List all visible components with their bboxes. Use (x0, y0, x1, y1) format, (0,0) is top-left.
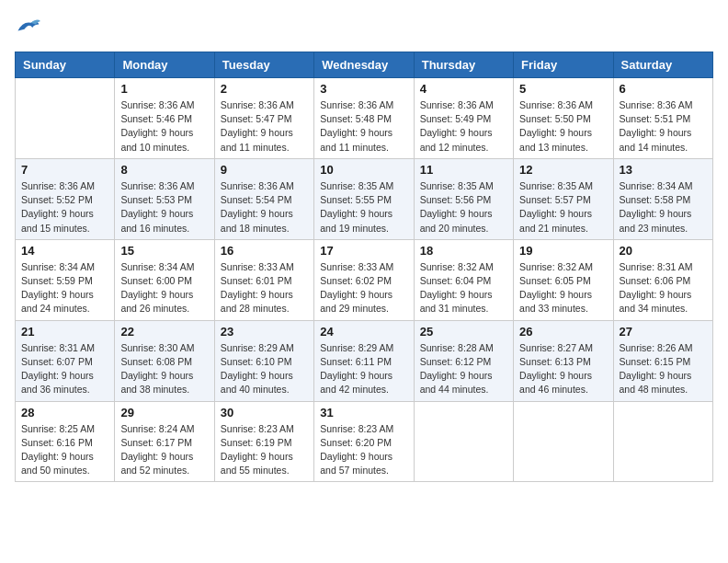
day-number: 4 (420, 82, 507, 96)
day-number: 12 (519, 163, 607, 177)
calendar-cell: 28Sunrise: 8:25 AMSunset: 6:16 PMDayligh… (16, 401, 115, 482)
weekday-header: Tuesday (214, 52, 313, 78)
day-info: Sunrise: 8:26 AMSunset: 6:15 PMDaylight:… (620, 341, 707, 397)
calendar-cell: 30Sunrise: 8:23 AMSunset: 6:19 PMDayligh… (214, 401, 313, 482)
calendar-cell: 24Sunrise: 8:29 AMSunset: 6:11 PMDayligh… (314, 320, 414, 401)
day-number: 1 (120, 82, 208, 96)
logo-bird-icon (15, 15, 40, 40)
day-number: 13 (620, 163, 707, 177)
day-number: 11 (420, 163, 507, 177)
day-number: 22 (120, 325, 208, 339)
calendar-cell: 11Sunrise: 8:35 AMSunset: 5:56 PMDayligh… (414, 158, 513, 239)
day-number: 14 (21, 244, 108, 258)
day-number: 21 (21, 325, 108, 339)
day-number: 18 (420, 244, 507, 258)
day-info: Sunrise: 8:35 AMSunset: 5:56 PMDaylight:… (420, 179, 507, 236)
day-info: Sunrise: 8:33 AMSunset: 6:02 PMDaylight:… (320, 260, 407, 316)
day-info: Sunrise: 8:36 AMSunset: 5:52 PMDaylight:… (21, 179, 108, 236)
day-info: Sunrise: 8:36 AMSunset: 5:47 PMDaylight:… (221, 98, 308, 155)
day-info: Sunrise: 8:32 AMSunset: 6:04 PMDaylight:… (420, 260, 507, 316)
day-number: 9 (221, 163, 308, 177)
day-number: 15 (120, 244, 208, 258)
day-number: 10 (320, 163, 407, 177)
calendar-cell: 25Sunrise: 8:28 AMSunset: 6:12 PMDayligh… (414, 320, 513, 401)
weekday-header: Friday (514, 52, 613, 78)
weekday-header: Saturday (613, 52, 712, 78)
calendar-cell: 2Sunrise: 8:36 AMSunset: 5:47 PMDaylight… (214, 78, 313, 159)
calendar-cell: 14Sunrise: 8:34 AMSunset: 5:59 PMDayligh… (16, 239, 115, 320)
day-info: Sunrise: 8:34 AMSunset: 5:58 PMDaylight:… (620, 179, 707, 236)
calendar-cell: 23Sunrise: 8:29 AMSunset: 6:10 PMDayligh… (214, 320, 313, 401)
day-info: Sunrise: 8:36 AMSunset: 5:54 PMDaylight:… (221, 179, 308, 236)
calendar-cell: 3Sunrise: 8:36 AMSunset: 5:48 PMDaylight… (314, 78, 414, 159)
calendar-cell: 7Sunrise: 8:36 AMSunset: 5:52 PMDaylight… (16, 158, 115, 239)
day-number: 8 (120, 163, 208, 177)
calendar-cell: 27Sunrise: 8:26 AMSunset: 6:15 PMDayligh… (613, 320, 712, 401)
day-info: Sunrise: 8:24 AMSunset: 6:17 PMDaylight:… (120, 422, 208, 478)
calendar-table: SundayMondayTuesdayWednesdayThursdayFrid… (15, 52, 713, 482)
calendar-cell: 15Sunrise: 8:34 AMSunset: 6:00 PMDayligh… (115, 239, 214, 320)
day-number: 31 (320, 406, 407, 419)
day-number: 29 (120, 406, 208, 419)
day-info: Sunrise: 8:23 AMSunset: 6:20 PMDaylight:… (320, 422, 407, 478)
day-info: Sunrise: 8:31 AMSunset: 6:07 PMDaylight:… (21, 341, 108, 397)
day-number: 17 (320, 244, 407, 258)
day-number: 2 (221, 82, 308, 96)
calendar-cell: 16Sunrise: 8:33 AMSunset: 6:01 PMDayligh… (214, 239, 313, 320)
weekday-header: Monday (115, 52, 214, 78)
day-info: Sunrise: 8:28 AMSunset: 6:12 PMDaylight:… (420, 341, 507, 397)
logo (15, 15, 44, 40)
calendar-cell: 19Sunrise: 8:32 AMSunset: 6:05 PMDayligh… (514, 239, 613, 320)
calendar-cell: 20Sunrise: 8:31 AMSunset: 6:06 PMDayligh… (613, 239, 712, 320)
calendar-cell: 31Sunrise: 8:23 AMSunset: 6:20 PMDayligh… (314, 401, 414, 482)
day-info: Sunrise: 8:36 AMSunset: 5:48 PMDaylight:… (320, 98, 407, 155)
day-info: Sunrise: 8:29 AMSunset: 6:10 PMDaylight:… (221, 341, 308, 397)
day-number: 16 (221, 244, 308, 258)
calendar-week-row: 7Sunrise: 8:36 AMSunset: 5:52 PMDaylight… (16, 158, 713, 239)
day-info: Sunrise: 8:25 AMSunset: 6:16 PMDaylight:… (21, 422, 108, 478)
day-number: 3 (320, 82, 407, 96)
day-number: 25 (420, 325, 507, 339)
day-info: Sunrise: 8:36 AMSunset: 5:50 PMDaylight:… (519, 98, 607, 155)
page-header (15, 15, 713, 40)
calendar-cell: 4Sunrise: 8:36 AMSunset: 5:49 PMDaylight… (414, 78, 513, 159)
calendar-cell: 1Sunrise: 8:36 AMSunset: 5:46 PMDaylight… (115, 78, 214, 159)
day-number: 7 (21, 163, 108, 177)
calendar-cell: 17Sunrise: 8:33 AMSunset: 6:02 PMDayligh… (314, 239, 414, 320)
calendar-cell: 22Sunrise: 8:30 AMSunset: 6:08 PMDayligh… (115, 320, 214, 401)
day-info: Sunrise: 8:34 AMSunset: 5:59 PMDaylight:… (21, 260, 108, 316)
calendar-cell: 13Sunrise: 8:34 AMSunset: 5:58 PMDayligh… (613, 158, 712, 239)
day-info: Sunrise: 8:23 AMSunset: 6:19 PMDaylight:… (221, 422, 308, 478)
day-number: 27 (620, 325, 707, 339)
day-info: Sunrise: 8:30 AMSunset: 6:08 PMDaylight:… (120, 341, 208, 397)
day-info: Sunrise: 8:34 AMSunset: 6:00 PMDaylight:… (120, 260, 208, 316)
weekday-header: Sunday (16, 52, 115, 78)
calendar-week-row: 14Sunrise: 8:34 AMSunset: 5:59 PMDayligh… (16, 239, 713, 320)
weekday-header: Thursday (414, 52, 513, 78)
calendar-cell: 29Sunrise: 8:24 AMSunset: 6:17 PMDayligh… (115, 401, 214, 482)
calendar-cell (414, 401, 513, 482)
day-number: 26 (519, 325, 607, 339)
calendar-cell: 10Sunrise: 8:35 AMSunset: 5:55 PMDayligh… (314, 158, 414, 239)
day-info: Sunrise: 8:36 AMSunset: 5:53 PMDaylight:… (120, 179, 208, 236)
calendar-cell (16, 78, 115, 159)
day-number: 24 (320, 325, 407, 339)
calendar-week-row: 28Sunrise: 8:25 AMSunset: 6:16 PMDayligh… (16, 401, 713, 482)
calendar-cell: 18Sunrise: 8:32 AMSunset: 6:04 PMDayligh… (414, 239, 513, 320)
day-number: 23 (221, 325, 308, 339)
day-info: Sunrise: 8:36 AMSunset: 5:51 PMDaylight:… (620, 98, 707, 155)
weekday-header: Wednesday (314, 52, 414, 78)
calendar-cell: 6Sunrise: 8:36 AMSunset: 5:51 PMDaylight… (613, 78, 712, 159)
day-info: Sunrise: 8:35 AMSunset: 5:55 PMDaylight:… (320, 179, 407, 236)
calendar-cell: 26Sunrise: 8:27 AMSunset: 6:13 PMDayligh… (514, 320, 613, 401)
day-info: Sunrise: 8:35 AMSunset: 5:57 PMDaylight:… (519, 179, 607, 236)
calendar-cell: 5Sunrise: 8:36 AMSunset: 5:50 PMDaylight… (514, 78, 613, 159)
day-number: 30 (221, 406, 308, 419)
day-info: Sunrise: 8:32 AMSunset: 6:05 PMDaylight:… (519, 260, 607, 316)
day-info: Sunrise: 8:36 AMSunset: 5:49 PMDaylight:… (420, 98, 507, 155)
calendar-cell (613, 401, 712, 482)
day-number: 6 (620, 82, 707, 96)
calendar-week-row: 21Sunrise: 8:31 AMSunset: 6:07 PMDayligh… (16, 320, 713, 401)
calendar-cell: 12Sunrise: 8:35 AMSunset: 5:57 PMDayligh… (514, 158, 613, 239)
day-number: 19 (519, 244, 607, 258)
